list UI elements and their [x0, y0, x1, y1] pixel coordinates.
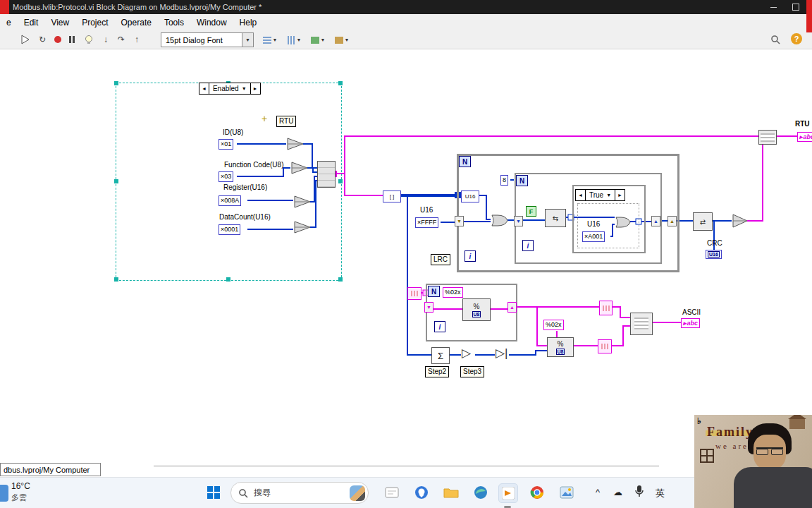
constant-function-code[interactable]: ×03 [219, 171, 233, 182]
shift-register-left-icon[interactable]: ▼ [455, 216, 464, 226]
shift-register-right-icon[interactable]: ▲ [651, 216, 660, 226]
selection-handle[interactable] [114, 81, 118, 85]
swap-bytes-node[interactable]: ⇄ [693, 212, 713, 231]
case-next-icon[interactable]: ► [251, 83, 260, 94]
step-out-button[interactable]: ↑ [130, 32, 144, 47]
menu-tools[interactable]: Tools [158, 16, 190, 30]
align-objects-button[interactable]: ▼ [259, 32, 281, 47]
constant-a001[interactable]: ×A001 [582, 231, 605, 242]
false-constant[interactable]: F [526, 206, 536, 217]
constant-ffff[interactable]: ×FFFF [415, 217, 438, 228]
pause-button[interactable] [65, 32, 79, 47]
constant-format-2[interactable]: %02x [543, 320, 564, 330]
typecast-node[interactable] [732, 212, 749, 229]
indicator-ascii[interactable]: ▸ abc [681, 318, 700, 328]
menu-edit[interactable]: Edit [18, 16, 45, 30]
menu-project[interactable]: Project [75, 16, 114, 30]
reorder-button[interactable]: ▼ [331, 32, 352, 47]
constant-format-1[interactable]: %02x [443, 287, 463, 298]
menu-operate[interactable]: Operate [115, 16, 158, 30]
selection-handle[interactable] [114, 277, 118, 282]
onedrive-cloud-icon[interactable]: ☁ [613, 487, 622, 497]
restore-icon[interactable] [792, 4, 799, 11]
free-label-step3[interactable]: Step3 [460, 366, 484, 377]
build-array-node[interactable] [317, 161, 336, 188]
concatenate-strings-node[interactable] [630, 313, 653, 335]
string-function-node[interactable] [598, 339, 612, 353]
step-over-button[interactable]: ↷ [114, 32, 128, 47]
taskbar-app-whiteboard[interactable] [383, 483, 401, 502]
help-button[interactable]: ? [791, 33, 802, 44]
shift-register-left-icon[interactable]: ▼ [514, 216, 523, 226]
selection-handle[interactable] [338, 179, 343, 183]
taskbar-app-chrome[interactable] [528, 483, 546, 502]
shift-register-right-icon[interactable]: ▲ [508, 302, 517, 313]
format-into-string-node[interactable]: % U8 [547, 337, 574, 357]
conversion-node[interactable]: ▷| [496, 347, 508, 359]
minimize-icon[interactable] [770, 7, 777, 8]
taskbar-app-chat[interactable] [412, 483, 431, 502]
loop-count-terminal[interactable]: N [516, 175, 528, 186]
indicator-crc[interactable]: U16 [706, 250, 722, 259]
loop-iteration-terminal[interactable]: i [522, 240, 534, 251]
string-function-node[interactable] [599, 301, 613, 315]
case-selector-true[interactable]: ◄ True ▼ ► [575, 189, 625, 201]
search-input[interactable]: 搜尋 [230, 482, 369, 504]
search-button[interactable] [768, 32, 782, 47]
chevron-down-icon[interactable]: ▼ [606, 193, 611, 198]
xor-gate-node[interactable] [491, 214, 509, 227]
project-tab[interactable]: dbus.lvproj/My Computer [0, 463, 101, 476]
ime-indicator[interactable]: 英 [656, 487, 665, 500]
xor-gate-node[interactable] [615, 216, 632, 229]
shift-register-right-icon[interactable]: ▲ [668, 216, 677, 226]
constant-register[interactable]: ×008A [219, 195, 241, 206]
loop-count-terminal[interactable]: N [428, 286, 440, 297]
format-into-string-node[interactable]: % U8 [462, 298, 491, 321]
selection-handle[interactable] [338, 81, 343, 85]
distribute-objects-button[interactable]: ▼ [283, 32, 304, 47]
font-selector[interactable]: 15pt Dialog Font ▼ [161, 32, 254, 47]
highlight-execution-button[interactable] [82, 32, 96, 47]
string-constant-node[interactable] [407, 287, 422, 300]
taskbar-app-explorer[interactable] [442, 483, 460, 502]
microphone-icon[interactable] [634, 485, 644, 500]
chevron-down-icon[interactable]: ▼ [242, 86, 247, 91]
rotate-with-carry-node[interactable]: ⇆ [545, 209, 566, 227]
free-label-lrc[interactable]: LRC [431, 254, 450, 265]
case-prev-icon[interactable]: ◄ [576, 190, 585, 200]
shift-register-left-icon[interactable]: ▼ [424, 302, 433, 313]
resize-objects-button[interactable]: ▼ [307, 32, 328, 47]
loop-iteration-terminal[interactable]: i [434, 321, 445, 332]
step-into-button[interactable]: ↓ [99, 32, 113, 47]
taskbar-app-photos[interactable] [558, 483, 576, 502]
free-label-rtu[interactable]: RTU [276, 116, 296, 127]
menu-file[interactable]: e [0, 16, 18, 30]
loop-count-terminal[interactable]: N [459, 156, 471, 167]
taskbar-app-edge[interactable] [472, 483, 490, 502]
tray-chevron-icon[interactable]: ^ [596, 487, 600, 497]
string-to-byte-array-node[interactable]: [ ] [383, 190, 401, 202]
menu-view[interactable]: View [44, 16, 75, 30]
selection-handle[interactable] [226, 277, 230, 282]
weather-widget[interactable]: 16°C 多雲 [11, 481, 30, 502]
case-selector-enabled[interactable]: ◄ Enabled ▼ ► [199, 83, 261, 95]
start-button[interactable] [204, 483, 223, 502]
search-highlight-image[interactable] [350, 485, 365, 501]
abort-button[interactable] [51, 32, 65, 47]
menu-help[interactable]: Help [233, 16, 264, 30]
constant-id[interactable]: ×01 [219, 139, 233, 150]
free-label-step2[interactable]: Step2 [425, 366, 449, 377]
taskbar-app-labview[interactable] [498, 483, 518, 503]
constant-eight[interactable]: 8 [500, 175, 508, 186]
byte-array-to-u16-node[interactable]: U16 [461, 190, 479, 202]
constant-datacount[interactable]: ×0001 [219, 224, 240, 235]
case-next-icon[interactable]: ► [615, 190, 625, 200]
concatenate-strings-node[interactable] [758, 130, 777, 145]
selection-handle[interactable] [338, 277, 343, 282]
case-prev-icon[interactable]: ◄ [199, 83, 209, 94]
indicator-rtu[interactable]: ▸ abc [797, 132, 812, 142]
run-button[interactable] [18, 32, 32, 47]
menu-window[interactable]: Window [190, 16, 233, 30]
loop-iteration-terminal[interactable]: i [465, 250, 476, 262]
selection-handle[interactable] [114, 179, 118, 183]
